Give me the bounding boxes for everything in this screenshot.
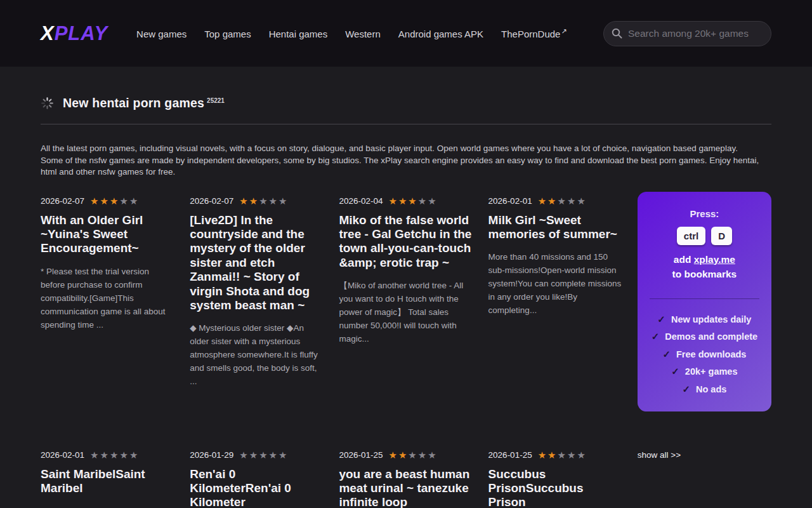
game-title[interactable]: Miko of the false world tree - Gal Getch… [339,213,473,271]
star-icon: ★ [100,196,108,206]
nav-link-label: Western [345,29,381,39]
game-date: 2026-01-25 [339,450,383,460]
star-icon: ★ [269,450,277,460]
star-icon: ★ [538,450,546,460]
star-icon: ★ [558,196,566,206]
logo-text-play: PLAY [55,22,108,44]
star-icon: ★ [269,196,277,206]
game-card-meta: 2026-01-29 ★★★★★ [190,446,324,460]
game-title[interactable]: Milk Girl ~Sweet memories of summer~ [488,213,622,242]
star-rating: ★★★★★ [388,450,436,460]
game-date: 2026-02-01 [488,196,532,206]
game-description: 【Miko of another world tree - All you wa… [339,279,473,345]
promo-feature-label: Demos and complete [665,331,757,342]
game-title[interactable]: [Live2D] In the countryside and the myst… [190,213,324,313]
promo-keys: ctrlD [646,227,763,245]
nav-link[interactable]: New games [136,27,187,39]
games-count-badge: 25221 [207,97,225,104]
game-card-meta: 2026-01-25 ★★★★★ [339,446,473,460]
xplay-me-link[interactable]: xplay.me [694,254,735,265]
star-icon: ★ [100,450,108,460]
promo-add-label: add [674,254,691,265]
check-icon: ✓ [671,366,679,377]
star-icon: ★ [577,196,585,206]
game-card[interactable]: 2026-01-25 ★★★★★ Succubus PrisonSuccubus… [488,446,622,508]
star-icon: ★ [239,196,247,206]
star-icon: ★ [90,450,98,460]
site-logo[interactable]: XPLAY [41,22,108,45]
game-date: 2026-02-07 [190,196,233,206]
star-icon: ★ [388,450,396,460]
game-card[interactable]: 2026-02-07 ★★★★★ [Live2D] In the country… [190,192,324,446]
promo-divider [650,298,759,299]
nav-link[interactable]: Hentai games [269,27,329,39]
game-title[interactable]: Succubus PrisonSuccubus Prison [488,467,622,508]
star-rating: ★★★★★ [90,196,138,206]
external-link-icon: ↗ [561,27,566,35]
star-icon: ★ [418,196,426,206]
promo-feature: ✓Free downloads [646,349,763,360]
game-card[interactable]: 2026-02-07 ★★★★★ With an Older Girl ~Yui… [41,192,174,446]
promo-feature-list: ✓New updates daily✓Demos and complete✓Fr… [646,314,763,395]
games-grid: Press: ctrlD add xplay.me to bookmarks ✓… [41,192,771,508]
nav-link-label: ThePornDude [501,29,560,39]
nav-link-label: New games [136,29,187,39]
game-card[interactable]: 2026-02-01 ★★★★★ Saint MaribelSaint Mari… [41,446,174,508]
game-date: 2026-01-29 [190,450,233,460]
star-icon: ★ [398,196,407,206]
promo-feature-label: New updates daily [671,314,752,324]
game-title[interactable]: you are a beast human meat urinal ~ tane… [339,467,473,508]
show-all-cell: show all >> [638,446,771,508]
nav-link[interactable]: Top games [204,27,251,39]
game-card[interactable]: 2026-01-29 ★★★★★ Ren'ai 0 KilometerRen'a… [190,446,324,508]
show-all-link[interactable]: show all >> [638,450,681,460]
nav-link[interactable]: Western [345,27,381,39]
search-input[interactable] [628,28,763,39]
intro-paragraph-1: All the latest porn games, including vis… [41,143,771,155]
search-box[interactable] [603,21,771,46]
promo-add-line: add xplay.me [646,254,763,265]
star-icon: ★ [398,450,407,460]
star-rating: ★★★★★ [538,196,586,206]
game-title[interactable]: With an Older Girl ~Yuina's Sweet Encour… [41,213,174,256]
game-title[interactable]: Ren'ai 0 KilometerRen'ai 0 Kilometer [190,467,324,508]
game-date: 2026-02-04 [339,196,383,206]
star-icon: ★ [129,450,138,460]
nav-link[interactable]: ThePornDude↗ [501,27,567,39]
game-card-meta: 2026-02-01 ★★★★★ [41,446,174,460]
check-icon: ✓ [657,314,665,324]
star-icon: ★ [90,196,98,206]
star-rating: ★★★★★ [388,196,436,206]
heading-divider [41,124,771,124]
star-icon: ★ [259,450,267,460]
nav-link[interactable]: Android games APK [398,27,484,39]
star-icon: ★ [428,196,436,206]
promo-feature: ✓Demos and complete [646,331,763,342]
star-icon: ★ [239,450,247,460]
star-icon: ★ [110,196,118,206]
keycap-ctrl[interactable]: ctrl [677,227,705,245]
promo-press-label: Press: [646,208,763,219]
star-icon: ★ [408,450,416,460]
star-rating: ★★★★★ [239,196,287,206]
star-icon: ★ [558,450,566,460]
logo-text-x: X [41,22,55,44]
star-icon: ★ [567,196,575,206]
game-description: More than 40 missions and 150 sub-missio… [488,250,622,317]
spinner-icon [41,97,54,110]
search-icon [612,28,622,39]
star-icon: ★ [249,450,258,460]
game-date: 2026-02-01 [41,450,84,460]
keycap-d[interactable]: D [711,227,732,245]
game-description: * Please test the trial version before p… [41,265,174,331]
game-card[interactable]: 2026-02-01 ★★★★★ Milk Girl ~Sweet memori… [488,192,622,446]
game-description: ◆ Mysterious older sister ◆An older sist… [190,321,324,388]
game-title[interactable]: Saint MaribelSaint Maribel [41,467,174,496]
page-title: New hentai porn games25221 [63,96,225,110]
game-card-meta: 2026-02-07 ★★★★★ [41,192,174,206]
star-icon: ★ [408,196,416,206]
main-content: New hentai porn games25221 All the lates… [41,67,771,508]
game-card[interactable]: 2026-01-25 ★★★★★ you are a beast human m… [339,446,473,508]
game-card[interactable]: 2026-02-04 ★★★★★ Miko of the false world… [339,192,473,446]
star-icon: ★ [428,450,436,460]
